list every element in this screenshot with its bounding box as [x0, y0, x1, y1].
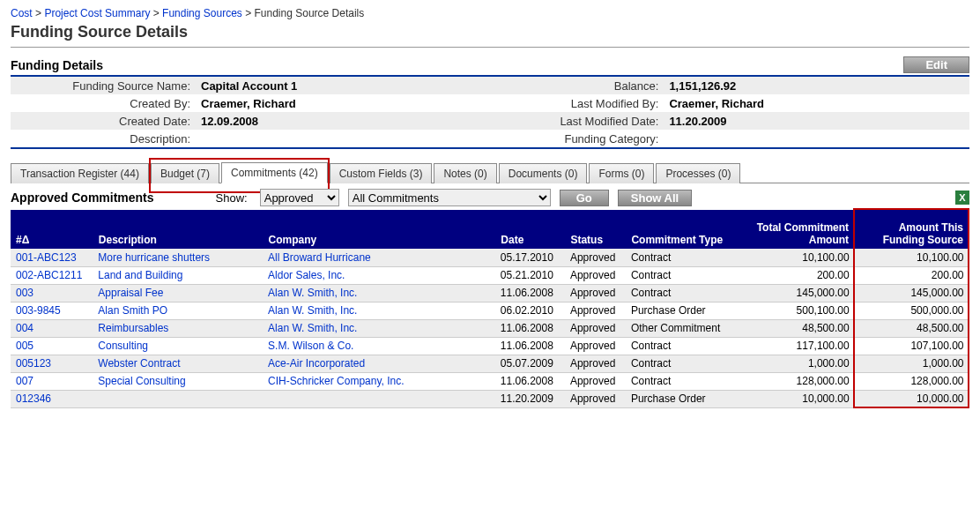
cell-date: 06.02.2010: [495, 302, 565, 319]
th-date[interactable]: Date: [495, 210, 565, 249]
th-commitment-type[interactable]: Commitment Type: [626, 210, 742, 249]
tab-processes[interactable]: Processes (0): [656, 163, 740, 183]
bc-sep: >: [245, 7, 254, 19]
cell-number-link[interactable]: 007: [16, 375, 33, 387]
section-title: Funding Details: [11, 58, 103, 72]
cell-number-link[interactable]: 003-9845: [16, 304, 61, 317]
cell-total: 128,000.00: [742, 372, 855, 390]
cell-status: Approved: [565, 249, 626, 266]
tab-transaction-register[interactable]: Transaction Register (44): [11, 163, 149, 183]
cell-total: 117,100.00: [742, 337, 855, 355]
cell-status: Approved: [565, 390, 626, 407]
cell-description-link[interactable]: Alan Smith PO: [98, 304, 167, 317]
th-description[interactable]: Description: [93, 210, 263, 249]
page-title: Funding Source Details: [11, 23, 969, 41]
cell-date: 05.21.2010: [495, 266, 565, 284]
value-balance: 1,151,126.92: [664, 77, 969, 94]
cell-total: 500,100.00: [742, 302, 855, 319]
value-modified-by: Craemer, Richard: [664, 94, 969, 112]
cell-number-link[interactable]: 005: [16, 340, 33, 352]
show-all-button[interactable]: Show All: [618, 190, 692, 206]
go-button[interactable]: Go: [560, 190, 609, 206]
table-row: 005ConsultingS.M. Wilson & Co.11.06.2008…: [11, 337, 969, 355]
cell-description-link[interactable]: Special Consulting: [98, 375, 185, 387]
cell-status: Approved: [565, 337, 626, 355]
cell-description-link[interactable]: Land and Building: [98, 269, 182, 281]
show-select[interactable]: Approved: [260, 189, 339, 206]
table-row: 004ReimbursablesAlan W. Smith, Inc.11.06…: [11, 319, 969, 337]
cell-date: 11.06.2008: [495, 337, 565, 355]
table-row: 003Appraisal FeeAlan W. Smith, Inc.11.06…: [11, 284, 969, 302]
tab-forms[interactable]: Forms (0): [589, 163, 654, 183]
edit-button[interactable]: Edit: [903, 56, 969, 73]
th-amount-this-source[interactable]: Amount This Funding Source: [855, 210, 969, 249]
cell-type: Contract: [626, 249, 742, 266]
svg-text:X: X: [959, 192, 966, 203]
cell-description-link[interactable]: Appraisal Fee: [98, 287, 163, 299]
label-description: Description:: [11, 130, 196, 147]
value-category: [664, 130, 969, 147]
tab-custom-fields[interactable]: Custom Fields (3): [330, 163, 433, 183]
cell-number-link[interactable]: 003: [16, 287, 33, 299]
cell-description-link[interactable]: Reimbursables: [98, 322, 168, 334]
cell-date: 11.06.2008: [495, 284, 565, 302]
cell-company-link[interactable]: Alan W. Smith, Inc.: [268, 287, 357, 299]
divider: [11, 47, 969, 48]
cell-status: Approved: [565, 302, 626, 319]
cell-date: 05.17.2010: [495, 249, 565, 266]
value-description: [196, 130, 505, 147]
bc-sep: >: [153, 7, 162, 19]
label-funding-source-name: Funding Source Name:: [11, 77, 196, 94]
th-company[interactable]: Company: [263, 210, 495, 249]
cell-company-link[interactable]: CIH-Schricker Company, Inc.: [268, 375, 404, 387]
tab-documents[interactable]: Documents (0): [499, 163, 588, 183]
cell-amount: 128,000.00: [855, 372, 969, 390]
label-created-date: Created Date:: [11, 112, 196, 130]
tab-notes[interactable]: Notes (0): [434, 163, 496, 183]
cell-amount: 48,500.00: [855, 319, 969, 337]
cell-description-link[interactable]: More hurricane shutters: [98, 251, 210, 264]
bc-sep: >: [35, 7, 44, 19]
cell-type: Purchase Order: [626, 302, 742, 319]
cell-type: Contract: [626, 337, 742, 355]
commitments-table: #Δ Description Company Date Status Commi…: [11, 210, 969, 408]
bc-summary[interactable]: Project Cost Summary: [44, 7, 150, 19]
cell-company-link[interactable]: Alan W. Smith, Inc.: [268, 304, 357, 317]
label-modified-by: Last Modified By:: [505, 94, 664, 112]
tabs-container: Transaction Register (44) Budget (7) Com…: [11, 161, 969, 183]
tab-budget[interactable]: Budget (7): [151, 163, 219, 183]
cell-number-link[interactable]: 001-ABC123: [16, 251, 77, 264]
label-category: Funding Category:: [505, 130, 664, 147]
cell-number-link[interactable]: 002-ABC1211: [16, 269, 82, 281]
label-modified-date: Last Modified Date:: [505, 112, 664, 130]
cell-total: 10,000.00: [742, 390, 855, 407]
cell-total: 145,000.00: [742, 284, 855, 302]
bc-funding[interactable]: Funding Sources: [162, 7, 242, 19]
th-status[interactable]: Status: [565, 210, 626, 249]
cell-type: Contract: [626, 284, 742, 302]
cell-number-link[interactable]: 005123: [16, 357, 51, 370]
th-number[interactable]: #Δ: [11, 210, 93, 249]
value-created-date: 12.09.2008: [196, 112, 505, 130]
cell-description-link[interactable]: Consulting: [98, 340, 148, 352]
cell-status: Approved: [565, 319, 626, 337]
cell-number-link[interactable]: 004: [16, 322, 33, 334]
cell-description-link[interactable]: Webster Contract: [98, 357, 180, 370]
cell-type: Purchase Order: [626, 390, 742, 407]
cell-date: 05.07.2009: [495, 355, 565, 372]
bc-cost[interactable]: Cost: [11, 7, 33, 19]
cell-company-link[interactable]: S.M. Wilson & Co.: [268, 340, 353, 352]
tab-commitments[interactable]: Commitments (42): [221, 162, 328, 183]
th-total-amount[interactable]: Total Commitment Amount: [742, 210, 855, 249]
cell-date: 11.20.2009: [495, 390, 565, 407]
commitments-filter-select[interactable]: All Commitments: [348, 189, 551, 206]
cell-company-link[interactable]: Alan W. Smith, Inc.: [268, 322, 357, 334]
cell-number-link[interactable]: 012346: [16, 392, 51, 405]
cell-company-link[interactable]: All Broward Hurricane: [268, 251, 371, 264]
cell-company-link[interactable]: Aldor Sales, Inc.: [268, 269, 345, 281]
export-excel-icon[interactable]: X: [955, 190, 969, 205]
cell-status: Approved: [565, 266, 626, 284]
cell-date: 11.06.2008: [495, 319, 565, 337]
cell-type: Other Commitment: [626, 319, 742, 337]
cell-company-link[interactable]: Ace-Air Incorporated: [268, 357, 365, 370]
